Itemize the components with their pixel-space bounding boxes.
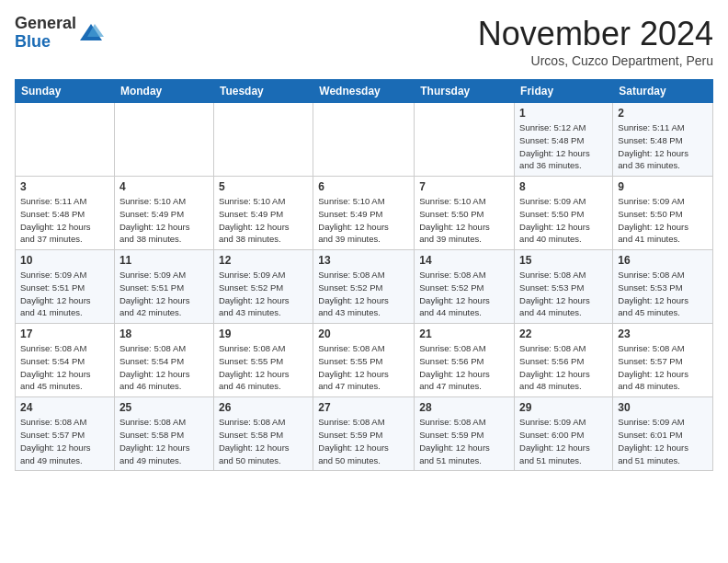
- calendar-day-cell: 5Sunrise: 5:10 AM Sunset: 5:49 PM Daylig…: [213, 177, 313, 250]
- day-info: Sunrise: 5:09 AM Sunset: 5:50 PM Dayligh…: [519, 195, 608, 246]
- day-number: 7: [419, 180, 509, 193]
- day-number: 19: [219, 327, 308, 340]
- calendar-day-cell: 26Sunrise: 5:08 AM Sunset: 5:58 PM Dayli…: [213, 397, 313, 471]
- calendar-week-row: 10Sunrise: 5:09 AM Sunset: 5:51 PM Dayli…: [16, 250, 713, 324]
- day-info: Sunrise: 5:10 AM Sunset: 5:49 PM Dayligh…: [318, 195, 409, 246]
- day-number: 24: [20, 401, 109, 414]
- calendar-day-cell: 27Sunrise: 5:08 AM Sunset: 5:59 PM Dayli…: [313, 397, 415, 471]
- calendar-day-cell: 10Sunrise: 5:09 AM Sunset: 5:51 PM Dayli…: [16, 250, 115, 324]
- calendar-day-cell: 13Sunrise: 5:08 AM Sunset: 5:52 PM Dayli…: [313, 250, 415, 324]
- day-info: Sunrise: 5:12 AM Sunset: 5:48 PM Dayligh…: [519, 121, 608, 172]
- calendar-week-row: 1Sunrise: 5:12 AM Sunset: 5:48 PM Daylig…: [16, 103, 713, 177]
- day-info: Sunrise: 5:09 AM Sunset: 5:51 PM Dayligh…: [119, 269, 209, 319]
- day-number: 29: [519, 401, 608, 414]
- calendar-day-cell: 3Sunrise: 5:11 AM Sunset: 5:48 PM Daylig…: [16, 177, 115, 250]
- calendar-day-cell: 14Sunrise: 5:08 AM Sunset: 5:52 PM Dayli…: [415, 250, 515, 324]
- day-number: 25: [119, 401, 209, 414]
- calendar-day-cell: 11Sunrise: 5:09 AM Sunset: 5:51 PM Dayli…: [114, 250, 213, 324]
- day-info: Sunrise: 5:08 AM Sunset: 5:55 PM Dayligh…: [219, 342, 308, 393]
- day-info: Sunrise: 5:08 AM Sunset: 5:54 PM Dayligh…: [119, 342, 209, 393]
- day-info: Sunrise: 5:08 AM Sunset: 5:53 PM Dayligh…: [519, 269, 608, 319]
- day-number: 18: [119, 327, 209, 340]
- calendar-day-cell: 30Sunrise: 5:09 AM Sunset: 6:01 PM Dayli…: [613, 397, 713, 471]
- calendar-day-cell: 18Sunrise: 5:08 AM Sunset: 5:54 PM Dayli…: [114, 324, 213, 397]
- calendar-day-cell: [213, 103, 313, 177]
- day-header-monday: Monday: [114, 80, 213, 103]
- day-info: Sunrise: 5:09 AM Sunset: 6:01 PM Dayligh…: [618, 416, 708, 466]
- calendar-day-cell: 8Sunrise: 5:09 AM Sunset: 5:50 PM Daylig…: [515, 177, 613, 250]
- day-number: 10: [20, 254, 109, 267]
- calendar-day-cell: 17Sunrise: 5:08 AM Sunset: 5:54 PM Dayli…: [16, 324, 115, 397]
- day-header-saturday: Saturday: [613, 80, 713, 103]
- day-info: Sunrise: 5:10 AM Sunset: 5:49 PM Dayligh…: [219, 195, 308, 246]
- calendar-day-cell: 24Sunrise: 5:08 AM Sunset: 5:57 PM Dayli…: [16, 397, 115, 471]
- calendar-day-cell: 28Sunrise: 5:08 AM Sunset: 5:59 PM Dayli…: [415, 397, 515, 471]
- calendar-day-cell: 21Sunrise: 5:08 AM Sunset: 5:56 PM Dayli…: [415, 324, 515, 397]
- page-header: General Blue November 2024 Urcos, Cuzco …: [15, 15, 713, 68]
- day-info: Sunrise: 5:08 AM Sunset: 5:59 PM Dayligh…: [318, 416, 409, 466]
- day-info: Sunrise: 5:10 AM Sunset: 5:49 PM Dayligh…: [119, 195, 209, 246]
- title-block: November 2024 Urcos, Cuzco Department, P…: [478, 15, 713, 68]
- calendar-day-cell: 29Sunrise: 5:09 AM Sunset: 6:00 PM Dayli…: [515, 397, 613, 471]
- calendar-day-cell: 19Sunrise: 5:08 AM Sunset: 5:55 PM Dayli…: [213, 324, 313, 397]
- day-header-wednesday: Wednesday: [313, 80, 415, 103]
- day-number: 22: [519, 327, 608, 340]
- day-info: Sunrise: 5:08 AM Sunset: 5:57 PM Dayligh…: [618, 342, 708, 393]
- calendar-week-row: 17Sunrise: 5:08 AM Sunset: 5:54 PM Dayli…: [16, 324, 713, 397]
- day-info: Sunrise: 5:09 AM Sunset: 5:52 PM Dayligh…: [219, 269, 308, 319]
- calendar-day-cell: 12Sunrise: 5:09 AM Sunset: 5:52 PM Dayli…: [213, 250, 313, 324]
- calendar-week-row: 24Sunrise: 5:08 AM Sunset: 5:57 PM Dayli…: [16, 397, 713, 471]
- day-header-friday: Friday: [515, 80, 613, 103]
- location: Urcos, Cuzco Department, Peru: [478, 53, 713, 68]
- day-info: Sunrise: 5:09 AM Sunset: 5:50 PM Dayligh…: [618, 195, 708, 246]
- day-info: Sunrise: 5:08 AM Sunset: 5:58 PM Dayligh…: [219, 416, 308, 466]
- day-number: 3: [20, 180, 109, 193]
- calendar-day-cell: 9Sunrise: 5:09 AM Sunset: 5:50 PM Daylig…: [613, 177, 713, 250]
- day-number: 23: [618, 327, 708, 340]
- day-info: Sunrise: 5:10 AM Sunset: 5:50 PM Dayligh…: [419, 195, 509, 246]
- calendar-day-cell: 23Sunrise: 5:08 AM Sunset: 5:57 PM Dayli…: [613, 324, 713, 397]
- calendar-day-cell: [114, 103, 213, 177]
- day-header-sunday: Sunday: [16, 80, 115, 103]
- day-info: Sunrise: 5:08 AM Sunset: 5:59 PM Dayligh…: [419, 416, 509, 466]
- day-info: Sunrise: 5:11 AM Sunset: 5:48 PM Dayligh…: [20, 195, 109, 246]
- day-info: Sunrise: 5:08 AM Sunset: 5:57 PM Dayligh…: [20, 416, 109, 466]
- day-number: 15: [519, 254, 608, 267]
- day-header-thursday: Thursday: [415, 80, 515, 103]
- day-info: Sunrise: 5:09 AM Sunset: 6:00 PM Dayligh…: [519, 416, 608, 466]
- day-info: Sunrise: 5:08 AM Sunset: 5:52 PM Dayligh…: [318, 269, 409, 319]
- calendar-day-cell: 20Sunrise: 5:08 AM Sunset: 5:55 PM Dayli…: [313, 324, 415, 397]
- day-info: Sunrise: 5:08 AM Sunset: 5:56 PM Dayligh…: [519, 342, 608, 393]
- day-info: Sunrise: 5:11 AM Sunset: 5:48 PM Dayligh…: [618, 121, 708, 172]
- day-header-tuesday: Tuesday: [213, 80, 313, 103]
- calendar-day-cell: 2Sunrise: 5:11 AM Sunset: 5:48 PM Daylig…: [613, 103, 713, 177]
- day-info: Sunrise: 5:08 AM Sunset: 5:52 PM Dayligh…: [419, 269, 509, 319]
- logo-blue: Blue: [15, 33, 76, 52]
- day-number: 14: [419, 254, 509, 267]
- calendar-day-cell: 4Sunrise: 5:10 AM Sunset: 5:49 PM Daylig…: [114, 177, 213, 250]
- day-info: Sunrise: 5:08 AM Sunset: 5:53 PM Dayligh…: [618, 269, 708, 319]
- day-number: 16: [618, 254, 708, 267]
- calendar-header-row: SundayMondayTuesdayWednesdayThursdayFrid…: [16, 80, 713, 103]
- day-info: Sunrise: 5:08 AM Sunset: 5:58 PM Dayligh…: [119, 416, 209, 466]
- calendar-week-row: 3Sunrise: 5:11 AM Sunset: 5:48 PM Daylig…: [16, 177, 713, 250]
- day-number: 20: [318, 327, 409, 340]
- calendar-day-cell: 1Sunrise: 5:12 AM Sunset: 5:48 PM Daylig…: [515, 103, 613, 177]
- day-info: Sunrise: 5:08 AM Sunset: 5:56 PM Dayligh…: [419, 342, 509, 393]
- day-number: 13: [318, 254, 409, 267]
- day-number: 17: [20, 327, 109, 340]
- day-info: Sunrise: 5:09 AM Sunset: 5:51 PM Dayligh…: [20, 269, 109, 319]
- calendar-day-cell: 7Sunrise: 5:10 AM Sunset: 5:50 PM Daylig…: [415, 177, 515, 250]
- calendar-table: SundayMondayTuesdayWednesdayThursdayFrid…: [15, 79, 713, 471]
- day-info: Sunrise: 5:08 AM Sunset: 5:54 PM Dayligh…: [20, 342, 109, 393]
- day-number: 2: [618, 107, 708, 120]
- day-number: 11: [119, 254, 209, 267]
- logo-icon: [78, 20, 104, 46]
- logo-general: General: [15, 15, 76, 33]
- day-number: 5: [219, 180, 308, 193]
- day-number: 26: [219, 401, 308, 414]
- day-number: 9: [618, 180, 708, 193]
- day-number: 21: [419, 327, 509, 340]
- calendar-day-cell: 25Sunrise: 5:08 AM Sunset: 5:58 PM Dayli…: [114, 397, 213, 471]
- logo: General Blue: [15, 15, 104, 52]
